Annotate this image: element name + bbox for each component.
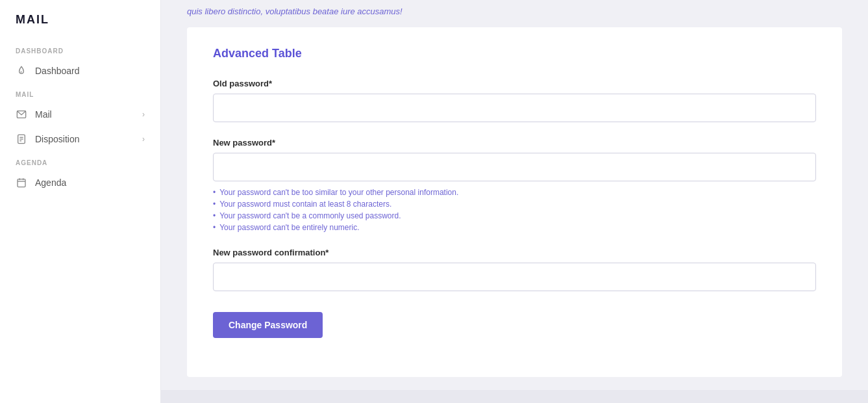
main-content: quis libero distinctio, voluptatibus bea…: [161, 0, 868, 403]
sidebar-item-mail-label: Mail: [35, 109, 52, 120]
password-hint-4: Your password can't be entirely numeric.: [213, 223, 816, 232]
new-password-label: New password*: [213, 138, 816, 148]
section-title: Advanced Table: [213, 47, 816, 60]
content-card: Advanced Table Old password* New passwor…: [187, 27, 842, 377]
bottom-bar: [161, 390, 868, 403]
flame-icon: [16, 65, 27, 77]
sidebar-logo: MAIL: [0, 0, 160, 40]
password-hint-2: Your password must contain at least 8 ch…: [213, 200, 816, 209]
password-hint-3: Your password can't be a commonly used p…: [213, 211, 816, 220]
top-banner-text: quis libero distinctio, voluptatibus bea…: [187, 6, 403, 16]
sidebar-item-dashboard[interactable]: Dashboard: [0, 58, 160, 83]
top-banner: quis libero distinctio, voluptatibus bea…: [161, 0, 868, 27]
change-password-button[interactable]: Change Password: [213, 312, 323, 338]
old-password-label: Old password*: [213, 79, 816, 88]
sidebar-item-disposition[interactable]: Disposition ›: [0, 127, 160, 151]
old-password-group: Old password*: [213, 79, 816, 122]
sidebar-item-mail[interactable]: Mail ›: [0, 102, 160, 127]
sidebar-item-agenda-label: Agenda: [35, 177, 66, 188]
new-password-input[interactable]: [213, 153, 816, 181]
confirm-password-label: New password confirmation*: [213, 248, 816, 257]
sidebar-section-agenda: AGENDA: [0, 151, 160, 170]
sidebar: MAIL DASHBOARD Dashboard MAIL Mail ›: [0, 0, 161, 403]
sidebar-item-agenda[interactable]: Agenda: [0, 170, 160, 195]
sidebar-item-dashboard-label: Dashboard: [35, 66, 80, 76]
document-icon: [16, 133, 27, 145]
confirm-password-input[interactable]: [213, 263, 816, 291]
password-hints-list: Your password can't be too similar to yo…: [213, 188, 816, 232]
sidebar-item-disposition-label: Disposition: [35, 134, 79, 144]
chevron-right-icon-2: ›: [142, 135, 145, 144]
sidebar-section-mail: MAIL: [0, 83, 160, 102]
password-hint-1: Your password can't be too similar to yo…: [213, 188, 816, 197]
calendar-icon: [16, 177, 27, 188]
sidebar-section-dashboard: DASHBOARD: [0, 40, 160, 58]
old-password-input[interactable]: [213, 94, 816, 122]
new-password-group: New password* Your password can't be too…: [213, 138, 816, 232]
chevron-right-icon: ›: [142, 110, 145, 119]
confirm-password-group: New password confirmation*: [213, 248, 816, 291]
envelope-icon: [16, 109, 27, 120]
svg-rect-5: [18, 179, 25, 187]
